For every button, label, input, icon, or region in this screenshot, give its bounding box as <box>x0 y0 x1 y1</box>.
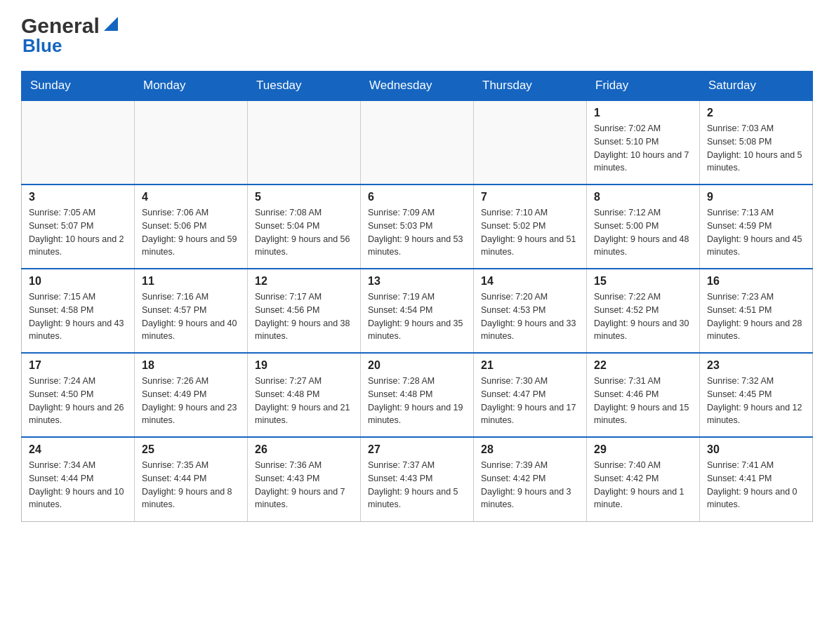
day-info: Sunrise: 7:27 AMSunset: 4:48 PMDaylight:… <box>255 375 353 427</box>
day-number: 11 <box>142 275 240 288</box>
calendar-cell: 21Sunrise: 7:30 AMSunset: 4:47 PMDayligh… <box>474 353 587 437</box>
day-info: Sunrise: 7:09 AMSunset: 5:03 PMDaylight:… <box>368 206 466 259</box>
calendar-cell: 8Sunrise: 7:12 AMSunset: 5:00 PMDaylight… <box>587 185 700 269</box>
day-number: 25 <box>142 443 240 456</box>
day-info: Sunrise: 7:24 AMSunset: 4:50 PMDaylight:… <box>29 375 127 427</box>
day-number: 15 <box>594 275 692 288</box>
day-number: 24 <box>29 443 127 456</box>
day-number: 7 <box>481 191 579 203</box>
day-number: 29 <box>594 443 692 456</box>
day-info: Sunrise: 7:36 AMSunset: 4:43 PMDaylight:… <box>255 459 353 511</box>
day-number: 9 <box>707 191 805 203</box>
day-number: 14 <box>481 275 579 288</box>
calendar-header-friday: Friday <box>587 72 700 101</box>
day-info: Sunrise: 7:16 AMSunset: 4:57 PMDaylight:… <box>142 290 240 343</box>
day-number: 23 <box>707 359 805 372</box>
day-number: 1 <box>594 107 692 119</box>
day-number: 26 <box>255 443 353 456</box>
calendar-cell: 12Sunrise: 7:17 AMSunset: 4:56 PMDayligh… <box>248 269 361 353</box>
calendar-header-sunday: Sunday <box>22 72 135 101</box>
day-info: Sunrise: 7:10 AMSunset: 5:02 PMDaylight:… <box>481 206 579 259</box>
calendar-header-thursday: Thursday <box>474 72 587 101</box>
calendar-cell: 6Sunrise: 7:09 AMSunset: 5:03 PMDaylight… <box>361 185 474 269</box>
calendar-header-monday: Monday <box>135 72 248 101</box>
day-number: 16 <box>707 275 805 288</box>
calendar-cell: 3Sunrise: 7:05 AMSunset: 5:07 PMDaylight… <box>22 185 135 269</box>
calendar-week-row: 1Sunrise: 7:02 AMSunset: 5:10 PMDaylight… <box>22 100 813 185</box>
day-number: 21 <box>481 359 579 372</box>
calendar-cell: 7Sunrise: 7:10 AMSunset: 5:02 PMDaylight… <box>474 185 587 269</box>
calendar-cell: 27Sunrise: 7:37 AMSunset: 4:43 PMDayligh… <box>361 437 474 521</box>
calendar-cell: 22Sunrise: 7:31 AMSunset: 4:46 PMDayligh… <box>587 353 700 437</box>
day-number: 17 <box>29 359 127 372</box>
calendar-cell: 18Sunrise: 7:26 AMSunset: 4:49 PMDayligh… <box>135 353 248 437</box>
day-info: Sunrise: 7:15 AMSunset: 4:58 PMDaylight:… <box>29 290 127 343</box>
logo-general-text: General <box>21 14 100 38</box>
day-info: Sunrise: 7:28 AMSunset: 4:48 PMDaylight:… <box>368 375 466 427</box>
day-number: 20 <box>368 359 466 372</box>
day-number: 8 <box>594 191 692 203</box>
calendar-cell: 24Sunrise: 7:34 AMSunset: 4:44 PMDayligh… <box>22 437 135 521</box>
day-number: 10 <box>29 275 127 288</box>
day-info: Sunrise: 7:05 AMSunset: 5:07 PMDaylight:… <box>29 206 127 259</box>
calendar-cell: 16Sunrise: 7:23 AMSunset: 4:51 PMDayligh… <box>700 269 813 353</box>
calendar-cell <box>248 100 361 185</box>
day-number: 6 <box>368 191 466 203</box>
calendar-cell: 10Sunrise: 7:15 AMSunset: 4:58 PMDayligh… <box>22 269 135 353</box>
calendar-header-tuesday: Tuesday <box>248 72 361 101</box>
calendar-header-row: SundayMondayTuesdayWednesdayThursdayFrid… <box>22 72 813 101</box>
day-info: Sunrise: 7:23 AMSunset: 4:51 PMDaylight:… <box>707 290 805 343</box>
day-info: Sunrise: 7:41 AMSunset: 4:41 PMDaylight:… <box>707 459 805 511</box>
calendar-cell: 5Sunrise: 7:08 AMSunset: 5:04 PMDaylight… <box>248 185 361 269</box>
day-info: Sunrise: 7:13 AMSunset: 4:59 PMDaylight:… <box>707 206 805 259</box>
day-number: 12 <box>255 275 353 288</box>
calendar-cell: 11Sunrise: 7:16 AMSunset: 4:57 PMDayligh… <box>135 269 248 353</box>
logo-blue-text: Blue <box>22 35 62 56</box>
calendar-week-row: 17Sunrise: 7:24 AMSunset: 4:50 PMDayligh… <box>22 353 813 437</box>
calendar-week-row: 10Sunrise: 7:15 AMSunset: 4:58 PMDayligh… <box>22 269 813 353</box>
day-number: 28 <box>481 443 579 456</box>
logo-triangle-icon <box>101 14 121 34</box>
calendar-cell: 17Sunrise: 7:24 AMSunset: 4:50 PMDayligh… <box>22 353 135 437</box>
day-info: Sunrise: 7:08 AMSunset: 5:04 PMDaylight:… <box>255 206 353 259</box>
calendar-cell: 29Sunrise: 7:40 AMSunset: 4:42 PMDayligh… <box>587 437 700 521</box>
day-info: Sunrise: 7:20 AMSunset: 4:53 PMDaylight:… <box>481 290 579 343</box>
day-info: Sunrise: 7:06 AMSunset: 5:06 PMDaylight:… <box>142 206 240 259</box>
calendar-week-row: 3Sunrise: 7:05 AMSunset: 5:07 PMDaylight… <box>22 185 813 269</box>
day-number: 19 <box>255 359 353 372</box>
day-info: Sunrise: 7:26 AMSunset: 4:49 PMDaylight:… <box>142 375 240 427</box>
calendar-cell: 28Sunrise: 7:39 AMSunset: 4:42 PMDayligh… <box>474 437 587 521</box>
day-info: Sunrise: 7:17 AMSunset: 4:56 PMDaylight:… <box>255 290 353 343</box>
day-info: Sunrise: 7:37 AMSunset: 4:43 PMDaylight:… <box>368 459 466 511</box>
day-info: Sunrise: 7:12 AMSunset: 5:00 PMDaylight:… <box>594 206 692 259</box>
calendar-cell: 26Sunrise: 7:36 AMSunset: 4:43 PMDayligh… <box>248 437 361 521</box>
calendar-cell: 14Sunrise: 7:20 AMSunset: 4:53 PMDayligh… <box>474 269 587 353</box>
day-info: Sunrise: 7:34 AMSunset: 4:44 PMDaylight:… <box>29 459 127 511</box>
calendar-cell: 13Sunrise: 7:19 AMSunset: 4:54 PMDayligh… <box>361 269 474 353</box>
day-info: Sunrise: 7:32 AMSunset: 4:45 PMDaylight:… <box>707 375 805 427</box>
calendar-cell: 15Sunrise: 7:22 AMSunset: 4:52 PMDayligh… <box>587 269 700 353</box>
calendar-cell: 25Sunrise: 7:35 AMSunset: 4:44 PMDayligh… <box>135 437 248 521</box>
calendar-cell <box>474 100 587 185</box>
day-info: Sunrise: 7:03 AMSunset: 5:08 PMDaylight:… <box>707 122 805 175</box>
day-info: Sunrise: 7:02 AMSunset: 5:10 PMDaylight:… <box>594 122 692 175</box>
day-info: Sunrise: 7:39 AMSunset: 4:42 PMDaylight:… <box>481 459 579 511</box>
calendar-cell: 1Sunrise: 7:02 AMSunset: 5:10 PMDaylight… <box>587 100 700 185</box>
calendar-cell <box>135 100 248 185</box>
page-header: General Blue <box>21 14 813 57</box>
day-info: Sunrise: 7:19 AMSunset: 4:54 PMDaylight:… <box>368 290 466 343</box>
calendar-header-wednesday: Wednesday <box>361 72 474 101</box>
day-info: Sunrise: 7:22 AMSunset: 4:52 PMDaylight:… <box>594 290 692 343</box>
day-info: Sunrise: 7:30 AMSunset: 4:47 PMDaylight:… <box>481 375 579 427</box>
day-number: 3 <box>29 191 127 203</box>
day-number: 22 <box>594 359 692 372</box>
day-number: 27 <box>368 443 466 456</box>
calendar-cell: 9Sunrise: 7:13 AMSunset: 4:59 PMDaylight… <box>700 185 813 269</box>
day-number: 30 <box>707 443 805 456</box>
day-info: Sunrise: 7:40 AMSunset: 4:42 PMDaylight:… <box>594 459 692 511</box>
svg-marker-0 <box>104 17 118 31</box>
calendar-cell <box>22 100 135 185</box>
day-info: Sunrise: 7:31 AMSunset: 4:46 PMDaylight:… <box>594 375 692 427</box>
calendar-cell: 23Sunrise: 7:32 AMSunset: 4:45 PMDayligh… <box>700 353 813 437</box>
calendar-cell <box>361 100 474 185</box>
